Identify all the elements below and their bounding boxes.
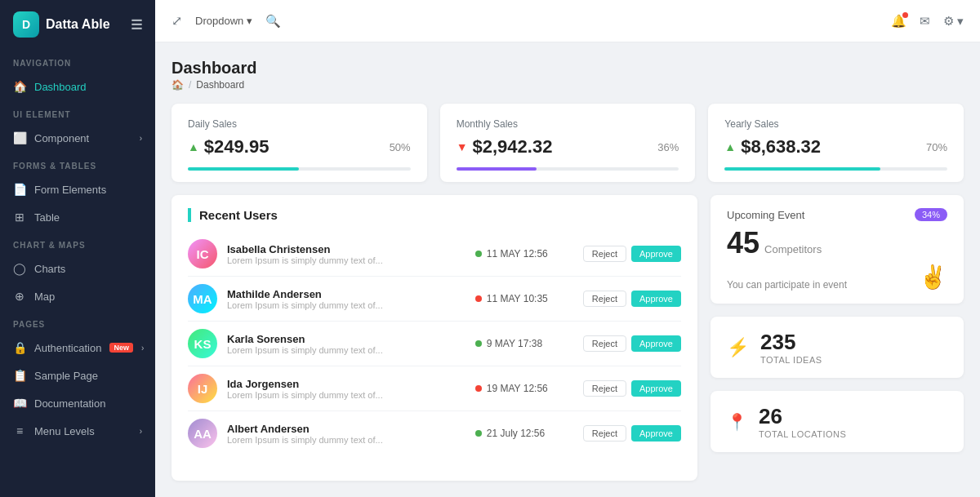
mail-icon[interactable]: ✉	[920, 14, 930, 29]
status-dot-green	[475, 340, 482, 347]
hamburger-icon[interactable]: ☰	[131, 17, 142, 33]
daily-sales-bar-track	[188, 167, 411, 171]
user-info: Ida Jorgensen Lorem Ipsum is simply dumm…	[227, 378, 466, 400]
user-desc: Lorem Ipsum is simply dummy text of...	[227, 345, 466, 355]
component-icon: ⬜	[13, 131, 26, 144]
chevron-down-icon: ▾	[247, 15, 252, 27]
nav-section-label: NAVIGATION	[0, 49, 155, 73]
user-desc: Lorem Ipsum is simply dummy text of...	[227, 390, 466, 400]
notification-icon[interactable]: 🔔	[891, 14, 906, 29]
total-ideas-card: ⚡ 235 TOTAL IDEAS	[710, 317, 964, 378]
menu-icon: ≡	[13, 424, 26, 437]
locations-info: 26 TOTAL LOCATIONS	[759, 404, 846, 439]
user-row: MA Mathilde Andersen Lorem Ipsum is simp…	[188, 277, 681, 322]
user-name: Isabella Christensen	[227, 243, 466, 255]
sidebar-item-map[interactable]: ⊕ Map	[0, 282, 155, 310]
user-date: 11 MAY 10:35	[475, 293, 573, 304]
sidebar-item-form-elements[interactable]: 📄 Form Elements	[0, 175, 155, 203]
sidebar-item-label: Sample Page	[34, 370, 98, 382]
daily-sales-value-row: ▲ $249.95 50%	[188, 136, 411, 158]
ideas-count: 235	[760, 330, 822, 355]
locations-count: 26	[759, 404, 846, 429]
event-count: 45 Competitors	[727, 226, 947, 260]
sidebar-item-table[interactable]: ⊞ Table	[0, 203, 155, 231]
approve-button[interactable]: Approve	[631, 246, 681, 262]
reject-button[interactable]: Reject	[583, 335, 626, 352]
sidebar-item-authentication[interactable]: 🔒 Authentication New ›	[0, 334, 155, 362]
user-info: Albert Andersen Lorem Ipsum is simply du…	[227, 423, 466, 445]
yearly-sales-value-row: ▲ $8,638.32 70%	[724, 136, 947, 158]
status-dot-green	[475, 251, 482, 257]
user-actions: Reject Approve	[583, 291, 681, 307]
approve-button[interactable]: Approve	[631, 425, 681, 442]
recent-users-title: Recent Users	[188, 208, 681, 222]
user-name: Karla Sorensen	[227, 333, 466, 345]
home-icon: 🏠	[13, 80, 26, 93]
form-icon: 📄	[13, 183, 26, 196]
user-info: Mathilde Andersen Lorem Ipsum is simply …	[227, 288, 466, 310]
event-title: Upcoming Event	[727, 209, 804, 221]
pages-section-label: PAGES	[0, 310, 155, 334]
approve-button[interactable]: Approve	[631, 380, 681, 397]
chart-icon: ◯	[13, 262, 26, 275]
doc-icon: 📖	[13, 397, 26, 410]
table-icon: ⊞	[13, 211, 26, 224]
user-actions: Reject Approve	[583, 335, 681, 352]
user-actions: Reject Approve	[583, 246, 681, 262]
breadcrumb-current: Dashboard	[196, 79, 244, 91]
user-name: Mathilde Andersen	[227, 288, 466, 300]
sidebar-item-label: Documentation	[34, 397, 105, 410]
stats-row: Daily Sales ▲ $249.95 50% Monthly Sales	[172, 104, 964, 182]
reject-button[interactable]: Reject	[583, 425, 626, 442]
upcoming-event-card: Upcoming Event 34% 45 Competitors You ca…	[710, 195, 964, 304]
user-row: IC Isabella Christensen Lorem Ipsum is s…	[188, 232, 681, 277]
chevron-right-icon: ›	[140, 427, 142, 436]
avatar: KS	[188, 329, 217, 358]
trend-up-icon: ▲	[724, 140, 736, 153]
sidebar-item-dashboard[interactable]: 🏠 Dashboard	[0, 73, 155, 100]
sidebar-logo: D Datta Able ☰	[0, 0, 155, 49]
sidebar-item-label: Form Elements	[34, 184, 106, 196]
avatar: AA	[188, 419, 217, 448]
sidebar-item-label: Dashboard	[34, 81, 87, 93]
sidebar-item-sample-page[interactable]: 📋 Sample Page	[0, 362, 155, 389]
monthly-sales-label: Monthly Sales	[457, 118, 679, 130]
user-info: Isabella Christensen Lorem Ipsum is simp…	[227, 243, 466, 265]
reject-button[interactable]: Reject	[583, 291, 626, 307]
expand-icon[interactable]: ⤢	[172, 13, 182, 29]
sidebar-item-label: Component	[34, 132, 89, 144]
sidebar-item-component[interactable]: ⬜ Component ›	[0, 124, 155, 152]
user-date: 19 MAY 12:56	[475, 383, 573, 394]
trend-up-icon: ▲	[188, 140, 199, 153]
user-date: 21 July 12:56	[475, 428, 573, 439]
event-badge: 34%	[915, 208, 947, 221]
sidebar-item-documentation[interactable]: 📖 Documentation	[0, 389, 155, 417]
dropdown-label: Dropdown	[195, 15, 243, 27]
sidebar-item-menu-levels[interactable]: ≡ Menu Levels ›	[0, 417, 155, 445]
user-desc: Lorem Ipsum is simply dummy text of...	[227, 435, 466, 445]
status-dot-red	[475, 385, 482, 392]
chevron-right-icon: ›	[141, 344, 144, 353]
user-name: Albert Andersen	[227, 423, 466, 435]
search-icon[interactable]: 🔍	[265, 14, 281, 29]
sidebar: D Datta Able ☰ NAVIGATION 🏠 Dashboard UI…	[0, 0, 155, 497]
reject-button[interactable]: Reject	[583, 380, 626, 397]
breadcrumb: 🏠 / Dashboard	[172, 79, 964, 91]
reject-button[interactable]: Reject	[583, 246, 626, 262]
breadcrumb-separator: /	[189, 79, 191, 91]
main-area: ⤢ Dropdown ▾ 🔍 🔔 ✉ ⚙ ▾ Dashboard 🏠 / Das…	[155, 0, 980, 497]
recent-users-card: Recent Users IC Isabella Christensen Lor…	[172, 195, 697, 481]
monthly-sales-bar-track	[457, 167, 679, 171]
dropdown-button[interactable]: Dropdown ▾	[195, 15, 252, 27]
daily-sales-label: Daily Sales	[188, 118, 411, 130]
approve-button[interactable]: Approve	[631, 291, 681, 307]
yearly-sales-card: Yearly Sales ▲ $8,638.32 70%	[708, 104, 964, 182]
forms-section-label: FORMS & TABLES	[0, 152, 155, 175]
settings-icon[interactable]: ⚙ ▾	[943, 14, 964, 29]
user-desc: Lorem Ipsum is simply dummy text of...	[227, 300, 466, 310]
logo-icon: D	[13, 11, 39, 38]
page-content: Dashboard 🏠 / Dashboard Daily Sales ▲ $2…	[155, 42, 980, 497]
sidebar-item-charts[interactable]: ◯ Charts	[0, 255, 155, 282]
approve-button[interactable]: Approve	[631, 335, 681, 352]
topbar: ⤢ Dropdown ▾ 🔍 🔔 ✉ ⚙ ▾	[155, 0, 980, 42]
